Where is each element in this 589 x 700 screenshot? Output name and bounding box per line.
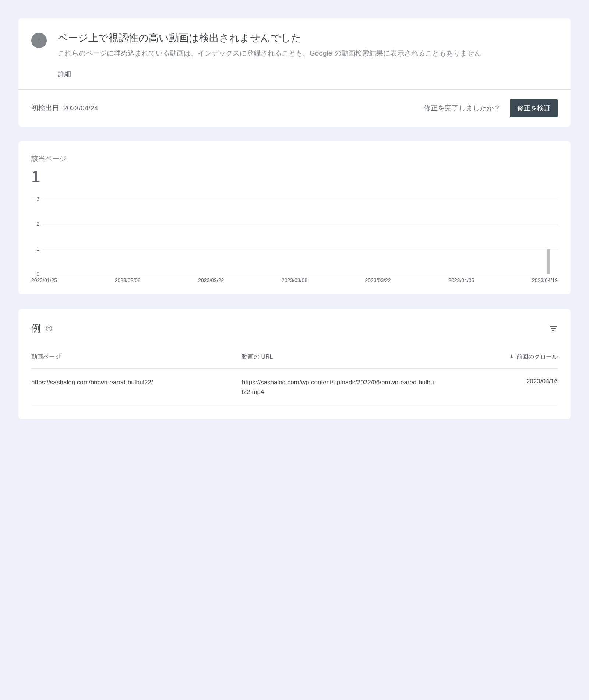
chart-value: 1 bbox=[31, 167, 558, 186]
detection-row: 初検出日: 2023/04/24 修正を完了しましたか？ 修正を検証 bbox=[18, 90, 571, 127]
x-tick: 2023/02/22 bbox=[198, 277, 224, 283]
row-page: https://sashalog.com/brown-eared-bulbul2… bbox=[31, 378, 242, 397]
issue-subtitle: これらのページに埋め込まれている動画は、インデックスに登録されることも、Goog… bbox=[58, 48, 558, 59]
help-icon[interactable] bbox=[45, 325, 53, 332]
x-tick: 2023/04/05 bbox=[448, 277, 474, 283]
header-section: ページ上で視認性の高い動画は検出されませんでした これらのページに埋め込まれてい… bbox=[18, 18, 571, 89]
column-header-page[interactable]: 動画ページ bbox=[31, 353, 242, 361]
learn-more-link[interactable]: 詳細 bbox=[58, 70, 71, 78]
first-detected: 初検出日: 2023/04/24 bbox=[31, 103, 98, 113]
header-content: ページ上で視認性の高い動画は検出されませんでした これらのページに埋め込まれてい… bbox=[58, 31, 558, 78]
row-url: https://sashalog.com/wp-content/uploads/… bbox=[242, 378, 442, 397]
x-axis: 2023/01/25 2023/02/08 2023/02/22 2023/03… bbox=[31, 277, 558, 283]
issue-title: ページ上で視認性の高い動画は検出されませんでした bbox=[58, 31, 558, 45]
examples-title-group: 例 bbox=[31, 322, 53, 335]
fix-question: 修正を完了しましたか？ bbox=[424, 103, 501, 113]
x-tick: 2023/04/19 bbox=[532, 277, 558, 283]
fix-section: 修正を完了しましたか？ 修正を検証 bbox=[424, 99, 558, 117]
filter-icon[interactable] bbox=[549, 324, 558, 333]
first-detected-date: 2023/04/24 bbox=[63, 104, 98, 112]
validate-fix-button[interactable]: 修正を検証 bbox=[510, 99, 558, 117]
examples-card: 例 動画ページ 動画の URL 前回のクロール https://sashalog… bbox=[18, 309, 571, 419]
issue-header-card: ページ上で視認性の高い動画は検出されませんでした これらのページに埋め込まれてい… bbox=[18, 18, 571, 127]
bar-area bbox=[42, 199, 558, 274]
table-row[interactable]: https://sashalog.com/brown-eared-bulbul2… bbox=[31, 369, 558, 406]
sort-down-icon bbox=[509, 353, 515, 361]
chart-card: 該当ページ 1 3 2 1 0 2023/01/25 2023/02/08 20… bbox=[18, 141, 571, 294]
x-tick: 2023/02/08 bbox=[115, 277, 141, 283]
column-header-url[interactable]: 動画の URL bbox=[242, 353, 442, 361]
table-header: 動画ページ 動画の URL 前回のクロール bbox=[31, 353, 558, 369]
y-axis: 3 2 1 0 bbox=[31, 199, 42, 274]
column-header-crawl[interactable]: 前回のクロール bbox=[442, 353, 558, 361]
info-icon bbox=[31, 33, 47, 48]
x-tick: 2023/03/22 bbox=[365, 277, 391, 283]
row-crawl: 2023/04/16 bbox=[442, 378, 558, 397]
examples-header: 例 bbox=[31, 322, 558, 335]
x-tick: 2023/01/25 bbox=[31, 277, 57, 283]
chart-bar bbox=[547, 249, 550, 274]
chart-title: 該当ページ bbox=[31, 154, 558, 164]
examples-title: 例 bbox=[31, 322, 41, 335]
column-header-crawl-label: 前回のクロール bbox=[516, 353, 558, 361]
first-detected-label: 初検出日: bbox=[31, 104, 61, 112]
x-tick: 2023/03/08 bbox=[282, 277, 307, 283]
chart-container: 3 2 1 0 2023/01/25 2023/02/08 2023/02/22… bbox=[31, 199, 558, 283]
